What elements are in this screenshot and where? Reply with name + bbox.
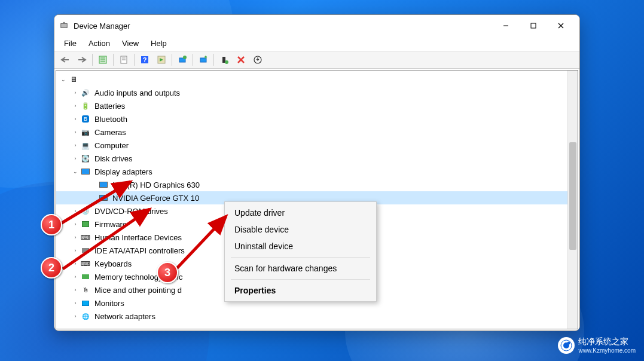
expander-icon[interactable]: ⌄: [71, 167, 80, 176]
help-button[interactable]: ?: [137, 53, 152, 67]
vertical-scrollbar[interactable]: [567, 71, 578, 329]
node-label: Cameras: [93, 127, 127, 137]
hid-icon: [80, 232, 91, 242]
node-label: DVD/CD-ROM drives: [93, 206, 169, 216]
watermark: 纯净系统之家 www.Kzmyhome.com: [558, 336, 636, 354]
network-icon: [80, 311, 91, 321]
node-label: [81, 79, 84, 80]
svg-point-29: [567, 341, 570, 344]
expander-icon[interactable]: ›: [71, 127, 80, 137]
node-label: Mice and other pointing d: [93, 285, 183, 295]
expander-icon[interactable]: ›: [71, 246, 80, 255]
memory-icon: [80, 272, 91, 282]
properties-button[interactable]: [116, 53, 132, 67]
tree-node-computer[interactable]: › Computer: [56, 139, 578, 152]
expander-icon[interactable]: ›: [71, 154, 80, 163]
node-label: Display adapters: [93, 167, 154, 177]
audio-icon: [80, 88, 91, 97]
tree-node-cameras[interactable]: › Cameras: [56, 126, 578, 139]
forward-button[interactable]: [74, 53, 90, 67]
expander-icon[interactable]: ›: [71, 140, 80, 150]
display-icon: [80, 167, 91, 176]
keyboard-icon: [80, 259, 91, 268]
toolbar: ?: [54, 51, 579, 69]
expander-icon[interactable]: ›: [71, 206, 80, 216]
disk-icon: [80, 154, 91, 163]
tree-node-intel-hd[interactable]: Intel(R) HD Graphics 630: [56, 178, 578, 191]
enable-button[interactable]: [250, 53, 265, 67]
expander-icon[interactable]: ›: [71, 219, 80, 229]
menu-file[interactable]: File: [58, 38, 83, 49]
show-hide-tree-button[interactable]: [95, 53, 111, 67]
camera-icon: [80, 127, 91, 137]
tree-node-batteries[interactable]: › Batteries: [56, 99, 578, 112]
tree-node-display-adapters[interactable]: ⌄ Display adapters: [56, 165, 578, 178]
svg-rect-18: [200, 58, 206, 62]
update-driver-button[interactable]: [196, 53, 211, 67]
watermark-url: www.Kzmyhome.com: [578, 347, 636, 354]
expander-icon[interactable]: ⌄: [59, 75, 68, 84]
node-label: Intel(R) HD Graphics 630: [111, 180, 201, 190]
expander-icon[interactable]: ›: [71, 232, 80, 242]
menu-help[interactable]: Help: [145, 38, 173, 49]
node-label: Batteries: [93, 101, 126, 111]
ctx-uninstall-device[interactable]: Uninstall device: [226, 238, 375, 255]
ide-icon: [80, 246, 91, 255]
ctx-scan-hardware[interactable]: Scan for hardware changes: [226, 260, 375, 277]
computer-category-icon: [80, 140, 91, 150]
ctx-update-driver[interactable]: Update driver: [226, 204, 375, 221]
tree-node-bluetooth[interactable]: › B Bluetooth: [56, 112, 578, 126]
battery-icon: [80, 101, 91, 111]
action-button[interactable]: [154, 53, 169, 67]
expander-icon[interactable]: ›: [71, 298, 80, 308]
scan-hardware-button[interactable]: [175, 53, 190, 67]
svg-rect-1: [63, 22, 65, 24]
tree-node-root[interactable]: ⌄: [56, 73, 578, 86]
annotation-3: 3: [157, 262, 178, 283]
tree-node-audio[interactable]: › Audio inputs and outputs: [56, 86, 578, 99]
tree-node-disk[interactable]: › Disk drives: [56, 152, 578, 165]
expander-icon[interactable]: ›: [71, 272, 80, 282]
node-label: NVIDIA GeForce GTX 10: [111, 193, 200, 203]
display-icon: [98, 193, 109, 203]
separator: [231, 279, 370, 280]
expander-icon[interactable]: ›: [71, 101, 80, 111]
ctx-properties[interactable]: Properties: [226, 282, 375, 299]
watermark-icon: [558, 337, 575, 354]
menubar: File Action View Help: [54, 36, 579, 51]
annotation-2: 2: [41, 257, 62, 279]
svg-point-20: [225, 60, 228, 64]
scrollbar-thumb[interactable]: [569, 142, 576, 250]
minimize-button[interactable]: [492, 16, 520, 35]
expander-icon[interactable]: ›: [71, 285, 80, 295]
disable-button[interactable]: [233, 53, 249, 67]
mouse-icon: [80, 285, 91, 295]
tree-node-network[interactable]: › Network adapters: [56, 310, 578, 323]
back-button[interactable]: [57, 53, 73, 67]
app-icon: [59, 21, 69, 30]
separator: [231, 257, 370, 258]
titlebar: Device Manager: [54, 15, 579, 36]
close-button[interactable]: [547, 16, 575, 35]
expander-icon[interactable]: ›: [71, 311, 80, 321]
svg-rect-0: [61, 24, 68, 28]
expander-icon[interactable]: ›: [71, 259, 80, 268]
expander-icon[interactable]: ›: [71, 88, 80, 97]
maximize-button[interactable]: [520, 16, 547, 35]
node-label: Bluetooth: [93, 114, 129, 124]
expander-icon[interactable]: ›: [71, 114, 80, 124]
monitor-icon: [80, 298, 91, 308]
svg-rect-3: [531, 23, 536, 28]
uninstall-button[interactable]: [216, 53, 232, 67]
node-label: Computer: [93, 140, 130, 151]
menu-view[interactable]: View: [116, 38, 145, 49]
node-label: Audio inputs and outputs: [93, 88, 181, 98]
annotation-1: 1: [41, 214, 62, 235]
menu-action[interactable]: Action: [83, 38, 116, 49]
ctx-disable-device[interactable]: Disable device: [226, 221, 375, 238]
node-label: Network adapters: [93, 311, 157, 322]
firmware-icon: [80, 219, 91, 229]
svg-text:?: ?: [143, 56, 147, 63]
window-title: Device Manager: [74, 22, 492, 30]
svg-point-17: [183, 56, 187, 59]
